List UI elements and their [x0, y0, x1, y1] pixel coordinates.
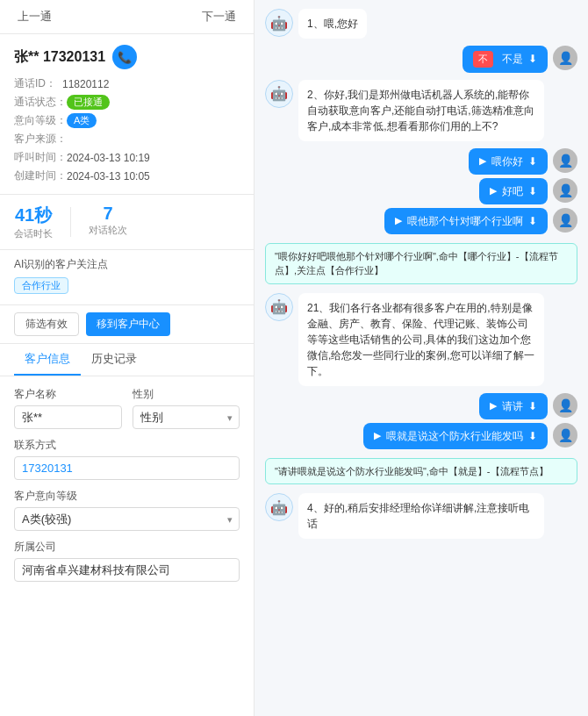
caller-info: 张** 17320131 📞 通话ID： 11820112 通话状态： 已接通 …	[0, 34, 254, 195]
call-time-value: 2024-03-13 10:19	[67, 152, 150, 164]
robot-avatar-3: 🤖	[265, 80, 293, 108]
not-badge: 不	[473, 51, 493, 68]
form-section: 客户名称 性别 性别 男 女 联系方式	[0, 376, 254, 716]
form-group-gender: 性别 性别 男 女	[133, 387, 240, 429]
move-to-customer-button[interactable]: 移到客户中心	[86, 312, 170, 336]
filter-button[interactable]: 筛选有效	[14, 312, 79, 336]
user-avatar-6b: 👤	[553, 423, 577, 448]
stats-row: 41秒 会话时长 7 对话轮次	[0, 195, 254, 250]
stat-duration-label: 会话时长	[14, 227, 53, 240]
chat-message-2: 不 不是 ⬇ 👤	[265, 46, 577, 73]
left-panel: 上一通 下一通 张** 17320131 📞 通话ID： 11820112 通话…	[0, 0, 255, 716]
form-group-contact: 联系方式	[14, 438, 240, 480]
chat-message-4b: ▶ 好吧 ⬇ 👤	[479, 178, 577, 204]
stat-turns-label: 对话轮次	[89, 224, 127, 237]
stat-turns: 7 对话轮次	[89, 204, 127, 240]
download-icon-2[interactable]: ⬇	[528, 51, 537, 67]
chat-message-6-group: ▶ 请讲 ⬇ 👤 ▶ 喂就是说这个防水行业能发吗 ⬇ 👤	[265, 393, 577, 449]
system-note-1: "喂你好好吧喂他那个针对哪个行业啊",命中【哪个行业】-【流程节点】,关注点【合…	[265, 243, 577, 284]
action-buttons: 筛选有效 移到客户中心	[0, 305, 254, 344]
contact-label: 联系方式	[14, 438, 240, 453]
create-time-label: 创建时间：	[14, 168, 67, 183]
status-label: 通话状态：	[14, 95, 67, 110]
download-icon-4a[interactable]: ⬇	[528, 154, 537, 169]
bubble-6a[interactable]: ▶ 请讲 ⬇	[479, 393, 548, 419]
stat-duration: 41秒 会话时长	[14, 204, 53, 240]
system-note-2: "请讲喂就是说这个防水行业能发吗",命中【就是】-【流程节点】	[265, 458, 577, 485]
user-avatar-2: 👤	[553, 46, 577, 70]
download-icon-4c[interactable]: ⬇	[528, 213, 537, 229]
bubble-6b[interactable]: ▶ 喂就是说这个防水行业能发吗 ⬇	[363, 423, 548, 449]
tabs-row: 客户信息 历史记录	[0, 344, 254, 376]
source-label: 客户来源：	[14, 132, 67, 147]
prev-button[interactable]: 上一通	[18, 9, 52, 25]
robot-avatar-7: 🤖	[265, 493, 293, 521]
play-icon-4c: ▶	[395, 213, 402, 228]
bubble-4b[interactable]: ▶ 好吧 ⬇	[479, 178, 548, 204]
level-select[interactable]: A类(较强) B类(一般) C类(较弱)	[14, 507, 240, 531]
call-time-label: 呼叫时间：	[14, 150, 67, 165]
name-input[interactable]	[14, 405, 122, 429]
chat-message-6b: ▶ 喂就是说这个防水行业能发吗 ⬇ 👤	[363, 423, 577, 449]
download-icon-6b[interactable]: ⬇	[528, 428, 537, 444]
chat-message-5: 🤖 21、我们各行各业都有很多客户在用的,特别是像金融、房产、教育、保险、代理记…	[265, 293, 577, 386]
name-label: 客户名称	[14, 387, 122, 402]
level-label: 意向等级：	[14, 113, 67, 128]
bubble-3: 2、你好,我们是郑州做电话机器人系统的,能帮你自动获取意向客户,还能自动打电话,…	[298, 80, 544, 141]
ai-tag: 合作行业	[14, 277, 68, 294]
create-time-value: 2024-03-13 10:05	[67, 170, 150, 183]
form-group-level: 客户意向等级 A类(较强) B类(一般) C类(较弱)	[14, 489, 240, 531]
chat-panel: 🤖 1、喂,您好 不 不是 ⬇ 👤 🤖 2、你好,我们是郑州做电话机器人系统的,…	[255, 0, 588, 716]
chat-message-4c: ▶ 喂他那个针对哪个行业啊 ⬇ 👤	[384, 208, 577, 234]
stat-turns-value: 7	[103, 204, 112, 224]
chat-message-3: 🤖 2、你好,我们是郑州做电话机器人系统的,能帮你自动获取意向客户,还能自动打电…	[265, 80, 577, 141]
gender-select[interactable]: 性别 男 女	[133, 405, 240, 429]
bubble-4c-text: 喂他那个针对哪个行业啊	[407, 213, 523, 229]
play-icon-6a: ▶	[490, 398, 497, 413]
robot-avatar-5: 🤖	[265, 293, 293, 321]
company-label: 所属公司	[14, 540, 240, 555]
bubble-5: 21、我们各行各业都有很多客户在用的,特别是像金融、房产、教育、保险、代理记账、…	[298, 293, 544, 386]
chat-message-7: 🤖 4、好的,稍后安排经理给你详细讲解,注意接听电话	[265, 493, 577, 539]
robot-avatar-1: 🤖	[265, 9, 293, 37]
play-icon-6b: ▶	[374, 428, 381, 443]
form-group-name: 客户名称	[14, 387, 122, 429]
bubble-2-text: 不是	[502, 51, 523, 67]
phone-icon: 📞	[118, 51, 132, 64]
play-icon-4b: ▶	[490, 183, 497, 198]
bubble-1: 1、喂,您好	[298, 9, 367, 39]
top-nav: 上一通 下一通	[0, 0, 254, 34]
user-avatar-4a: 👤	[553, 148, 577, 173]
download-icon-4b[interactable]: ⬇	[528, 183, 537, 199]
next-button[interactable]: 下一通	[202, 9, 236, 25]
bubble-4a[interactable]: ▶ 喂你好 ⬇	[469, 148, 548, 175]
tab-history[interactable]: 历史记录	[81, 344, 147, 376]
level-input-label: 客户意向等级	[14, 489, 240, 504]
bubble-6a-text: 请讲	[502, 398, 523, 414]
bubble-4b-text: 好吧	[502, 183, 523, 199]
chat-message-1: 🤖 1、喂,您好	[265, 9, 577, 39]
caller-name: 张** 17320131	[14, 48, 105, 67]
level-badge: A类	[67, 113, 97, 128]
company-input[interactable]	[14, 558, 240, 582]
bubble-6b-text: 喂就是说这个防水行业能发吗	[386, 428, 523, 444]
ai-section: AI识别的客户关注点 合作行业	[0, 250, 254, 305]
call-id-value: 11820112	[62, 78, 109, 90]
call-button[interactable]: 📞	[112, 45, 137, 69]
stat-duration-value: 41秒	[15, 204, 52, 227]
status-badge: 已接通	[67, 95, 110, 110]
bubble-7: 4、好的,稍后安排经理给你详细讲解,注意接听电话	[298, 493, 544, 539]
chat-message-6a: ▶ 请讲 ⬇ 👤	[479, 393, 577, 419]
chat-message-4a: ▶ 喂你好 ⬇ 👤	[469, 148, 577, 175]
play-icon-4a: ▶	[479, 154, 486, 168]
bubble-4c[interactable]: ▶ 喂他那个针对哪个行业啊 ⬇	[384, 208, 548, 234]
chat-message-4-group: ▶ 喂你好 ⬇ 👤 ▶ 好吧 ⬇ 👤 ▶ 喂他那个针对哪个行业啊 ⬇	[265, 148, 577, 234]
call-id-label: 通话ID：	[14, 76, 62, 91]
form-group-company: 所属公司	[14, 540, 240, 582]
bubble-2[interactable]: 不 不是 ⬇	[463, 46, 548, 73]
gender-label: 性别	[133, 387, 240, 402]
ai-title: AI识别的客户关注点	[14, 257, 240, 272]
contact-input[interactable]	[14, 456, 240, 480]
tab-customer-info[interactable]: 客户信息	[14, 344, 81, 376]
download-icon-6a[interactable]: ⬇	[528, 398, 537, 414]
